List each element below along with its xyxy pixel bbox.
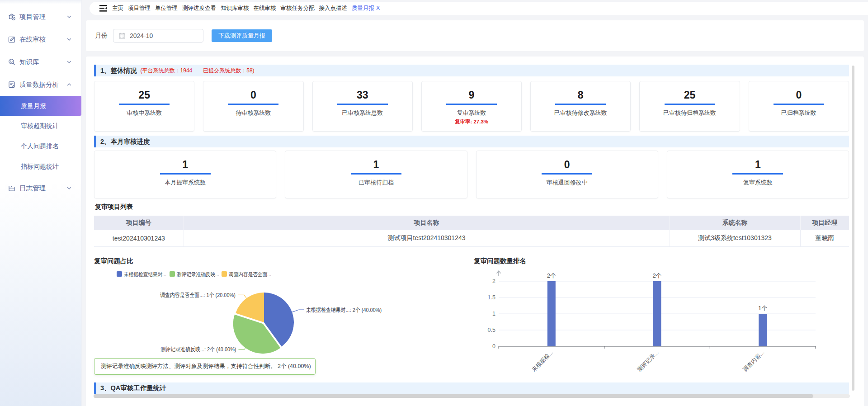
y-axis-arrow-icon — [497, 271, 501, 276]
month-picker[interactable]: 2024-10 — [113, 29, 203, 42]
nav-tab-1[interactable]: 项目管理 — [126, 5, 153, 12]
stat-label: 审核退回修改中 — [476, 179, 658, 187]
legend-swatch-1[interactable] — [170, 271, 175, 277]
tabs: 主页项目管理单位管理测评进度查看知识库审核在线审核审核任务分配接入点描述质量月报… — [110, 5, 382, 12]
sidebar-item-4[interactable]: 日志管理 — [0, 177, 81, 199]
chevron-down-icon — [67, 58, 74, 66]
stat-value: 0 — [476, 159, 658, 170]
stat-label: 本月提审系统数 — [94, 179, 276, 187]
nav-tab-4[interactable]: 知识库审核 — [218, 5, 251, 12]
stat-value: 25 — [94, 89, 194, 101]
progress-card-3: 1复审系统数 — [667, 151, 849, 198]
legend-label-2[interactable]: 调查内容是否全面... — [228, 271, 271, 278]
stat-label: 已审核待修改系统数 — [531, 109, 630, 117]
bar-0[interactable] — [547, 281, 556, 346]
nav-tab-3[interactable]: 测评进度查看 — [180, 5, 218, 12]
stat-underline — [555, 104, 606, 105]
review-project-table: 项目编号项目名称系统名称项目经理 test202410301243测试项目tes… — [94, 216, 849, 247]
legend-label-0[interactable]: 未根据检查结果对... — [124, 271, 166, 278]
bar-category-label: 调查内容... — [742, 349, 766, 373]
stat-extra: 复审率: 27.3% — [422, 118, 521, 125]
stat-label: 复审系统数 — [422, 109, 521, 117]
month-label: 月份 — [95, 32, 108, 40]
sidebar-subitem[interactable]: 个人问题排名 — [0, 136, 81, 156]
stat-label: 待审核系统数 — [203, 109, 303, 117]
charts-row: 复审问题占比 未根据检查结果对...测评记录准确反映...调查内容是否全面...… — [94, 257, 849, 380]
nav-tab-7[interactable]: 接入点描述 — [317, 5, 350, 12]
stat-value: 1 — [667, 159, 849, 170]
bar-1[interactable] — [653, 281, 661, 346]
sidebar-item-0[interactable]: 项目管理 — [0, 5, 81, 28]
log-icon — [8, 184, 15, 192]
bar-2[interactable] — [759, 314, 767, 346]
sidebar-item-3[interactable]: 质量数据分析 — [0, 73, 81, 96]
collapse-menu-icon[interactable] — [99, 5, 107, 12]
stat-label: 已审核待归档 — [285, 179, 467, 187]
horizontal-scrollbar-thumb[interactable] — [94, 394, 813, 398]
stat-value: 0 — [749, 89, 849, 101]
table-body: test202410301243测试项目test202410301243测试3级… — [94, 230, 849, 246]
stat-underline — [774, 104, 824, 105]
stat-underline — [665, 104, 715, 105]
pie-label-1: 测评记录准确反映...: 2个 (40.00%) — [161, 346, 236, 353]
pie-label-0: 未根据检查结果对...: 2个 (40.00%) — [306, 306, 382, 313]
pie-label-2: 调查内容是否全面...: 1个 (20.00%) — [160, 291, 236, 298]
sidebar-item-label: 质量数据分析 — [19, 80, 67, 89]
horizontal-scrollbar[interactable] — [94, 394, 850, 398]
sidebar-menu: 项目管理在线审核知识库质量数据分析质量月报审核超期统计个人问题排名指标问题统计日… — [0, 0, 81, 199]
sidebar-subitem[interactable]: 审核超期统计 — [0, 116, 81, 136]
bar-chart[interactable]: 00.511.522个未根据检...2个测评记录...1个调查内容... — [474, 257, 856, 380]
table-cell: 测试项目test202410301243 — [184, 230, 670, 246]
table-header-3: 项目经理 — [800, 216, 849, 230]
nav-tab-2[interactable]: 单位管理 — [153, 5, 180, 12]
progress-card-1: 1已审核待归档 — [285, 151, 467, 198]
tab-close-icon[interactable]: X — [376, 5, 380, 11]
stat-value: 9 — [422, 89, 521, 101]
stat-value: 25 — [640, 89, 739, 101]
progress-card-0: 1本月提审系统数 — [94, 151, 276, 198]
bank-icon — [8, 13, 15, 20]
bar-value-label: 2个 — [652, 272, 661, 279]
sidebar-item-2[interactable]: 知识库 — [0, 51, 81, 73]
overall-card-1: 0待审核系统数 — [203, 81, 303, 132]
stat-value: 8 — [531, 89, 630, 101]
legend-label-1[interactable]: 测评记录准确反映... — [176, 271, 219, 278]
download-report-button[interactable]: 下载测评质量月报 — [212, 29, 272, 42]
chevron-down-icon — [67, 13, 74, 20]
overall-card-5: 25已审核待归档系统数 — [639, 81, 740, 132]
table-row: test202410301243测试项目test202410301243测试3级… — [94, 230, 849, 246]
nav-tab-8[interactable]: 质量月报X — [349, 5, 382, 12]
nav-tab-6[interactable]: 审核任务分配 — [278, 5, 317, 12]
nav-tab-5[interactable]: 在线审核 — [251, 5, 278, 12]
report-icon — [8, 81, 15, 88]
pie-label-line-2 — [238, 295, 246, 298]
knowledge-icon — [8, 58, 15, 66]
tab-bar: 主页项目管理单位管理测评进度查看知识库审核在线审核审核任务分配接入点描述质量月报… — [90, 2, 868, 15]
bar-category-label: 测评记录... — [636, 349, 660, 373]
vertical-scrollbar[interactable] — [852, 66, 854, 391]
sidebar-subitem-active[interactable]: 质量月报 — [0, 96, 81, 116]
stat-underline — [446, 104, 497, 105]
stat-value: 0 — [203, 89, 303, 101]
stat-value: 33 — [313, 89, 412, 101]
stat-underline — [351, 173, 401, 175]
stat-label: 审核中系统数 — [94, 109, 194, 117]
section-3-title: 3、QA审核工作量统计 — [100, 384, 166, 392]
pie-tooltip: 测评记录准确反映测评方法、测评对象及测评结果，支持符合性判断。 2个 (40.0… — [94, 358, 316, 375]
chevron-down-icon — [67, 36, 74, 43]
sidebar-subitem[interactable]: 指标问题统计 — [0, 156, 81, 177]
table-header-1: 项目名称 — [184, 216, 670, 230]
chevron-up-icon — [67, 81, 74, 88]
month-progress-row: 1本月提审系统数1已审核待归档0审核退回修改中1复审系统数 — [94, 151, 849, 198]
stat-label: 复审系统数 — [667, 179, 849, 187]
nav-tab-0[interactable]: 主页 — [110, 5, 126, 12]
stat-underline — [228, 104, 278, 105]
sidebar-item-1[interactable]: 在线审核 — [0, 28, 81, 51]
legend-swatch-2[interactable] — [222, 271, 227, 277]
sidebar: 项目管理在线审核知识库质量数据分析质量月报审核超期统计个人问题排名指标问题统计日… — [0, 0, 82, 406]
sidebar-item-label: 日志管理 — [19, 184, 67, 193]
y-tick-label: 1.5 — [488, 294, 495, 301]
bar-value-label: 1个 — [758, 305, 767, 312]
table-cell: 测试3级系统test10301323 — [670, 230, 800, 246]
legend-swatch-0[interactable] — [117, 271, 122, 277]
